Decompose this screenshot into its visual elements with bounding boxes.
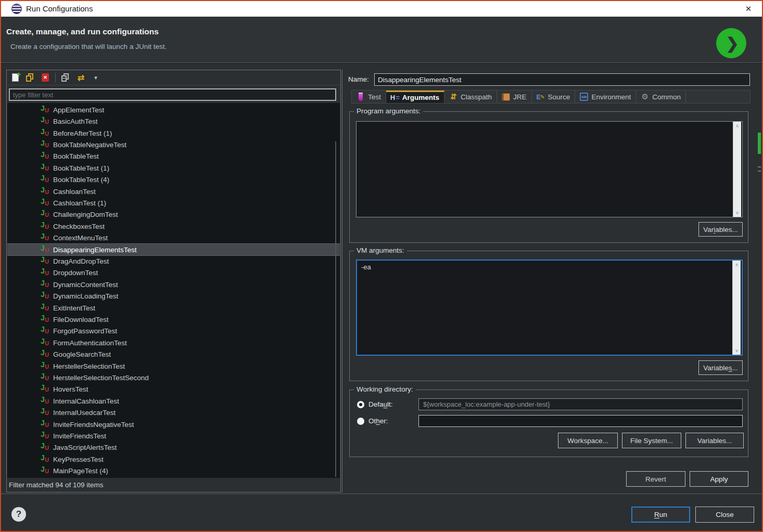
tree-scrollbar[interactable] [335, 141, 336, 477]
run-button[interactable]: Run [631, 507, 690, 523]
tree-item-label: InviteFriendsNegativeTest [53, 421, 134, 429]
vm-variables-button[interactable]: Variables... [698, 360, 743, 375]
name-input[interactable] [374, 73, 750, 86]
apply-button[interactable]: Apply [690, 471, 748, 487]
help-button[interactable]: ? [11, 507, 26, 522]
tree-item-label: DropdownTest [53, 269, 98, 277]
other-radio[interactable] [357, 418, 364, 425]
vm-arguments-group: VM arguments: -ea ∧ ∨ Variables... [349, 251, 748, 381]
working-directory-group: Working directory: Default: Other: Works… [349, 390, 748, 457]
toolbar-separator [55, 73, 56, 82]
tree-item[interactable]: JUInternalUsedcarTest [7, 407, 340, 419]
tree-item[interactable]: JUBookTableTest (4) [7, 174, 340, 185]
tree-item[interactable]: JUInternalCashloanTest [7, 395, 340, 407]
tree-item[interactable]: JUDynamicLoadingTest [7, 291, 340, 302]
junit-test-icon: JU [41, 397, 49, 406]
junit-test-icon: JU [41, 210, 49, 219]
tree-item[interactable]: JUHerstellerSelectionTest [7, 360, 340, 372]
tree-item[interactable]: JUChallengingDomTest [7, 209, 340, 220]
tree-item[interactable]: JUExitIntentTest [7, 302, 340, 314]
tree-item[interactable]: JUGoogleSearchTest [7, 349, 340, 360]
tree-item[interactable]: JUInviteFriendsNegativeTest [7, 419, 340, 430]
tab-test[interactable]: Test [352, 90, 386, 103]
tree-item-label: KeyPressesTest [53, 456, 104, 463]
filter-status: Filter matched 94 of 109 items [7, 478, 340, 492]
tree-item[interactable]: JUCheckboxesTest [7, 220, 340, 232]
scroll-down-icon[interactable]: ∨ [735, 210, 739, 215]
tree-item-label: ForgotPasswordTest [53, 327, 117, 335]
tree-item[interactable]: JUCashloanTest (1) [7, 197, 340, 209]
default-radio[interactable] [357, 401, 364, 408]
tree-item[interactable]: JUDynamicContentTest [7, 279, 340, 290]
program-variables-button[interactable]: Variables... [698, 222, 743, 237]
workspace-button[interactable]: Workspace... [558, 433, 618, 448]
tree-item[interactable]: JUFormAuthenticationTest [7, 337, 340, 348]
tab-classpath[interactable]: ⇵Classpath [444, 90, 497, 103]
eclipse-logo-icon [11, 4, 22, 14]
tree-item[interactable]: JUContextMenuTest [7, 232, 340, 243]
tree-item[interactable]: JUDropdownTest [7, 267, 340, 279]
program-arguments-scrollbar[interactable]: ∧ ∨ [733, 122, 741, 217]
window-close-button[interactable]: ✕ [741, 1, 756, 17]
tree-item-label: FileDownloadTest [53, 316, 109, 323]
collapse-all-button[interactable]: − [60, 72, 71, 83]
tab-arguments[interactable]: H=Arguments [386, 90, 444, 103]
tree-item[interactable]: JUBookTableTest (1) [7, 162, 340, 174]
run-configurations-dialog: Run Configurations ✕ Create, manage, and… [0, 0, 763, 532]
other-directory-input[interactable] [418, 415, 743, 427]
program-arguments-group: Program arguments: ∧ ∨ Variables... [349, 111, 748, 243]
filter-configurations-button[interactable]: ⇄ [75, 72, 86, 83]
scroll-up-icon[interactable]: ∧ [735, 262, 739, 267]
tree-item[interactable]: JUCashloanTest [7, 186, 340, 197]
tree-item[interactable]: JUDragAndDropTest [7, 255, 340, 267]
scroll-up-icon[interactable]: ∧ [735, 123, 739, 128]
tree-item[interactable]: JUHerstellerSelectionTestSecond [7, 372, 340, 383]
junit-test-icon: JU [41, 292, 49, 301]
tree-item[interactable]: JUHoversTest [7, 384, 340, 395]
working-dir-variables-button[interactable]: Variables... [685, 433, 744, 448]
tab-jre[interactable]: JRE [497, 90, 532, 103]
junit-test-icon: JU [41, 385, 49, 394]
configurations-toolbar: + ✕ − ⇄ ▾ [7, 70, 340, 85]
tree-item[interactable]: JUBeforeAfterTest (1) [7, 127, 340, 139]
default-directory-input[interactable] [418, 398, 743, 410]
tree-item[interactable]: JUBasicAuthTest [7, 115, 340, 127]
junit-test-icon: JU [41, 432, 49, 440]
window-title: Run Configurations [26, 1, 93, 17]
chevron-down-icon: ▾ [94, 74, 97, 81]
configurations-panel: + ✕ − ⇄ ▾ JUAppElementTestJUBasicAuthTes [6, 70, 341, 492]
tree-item[interactable]: JUKeyPressesTest [7, 453, 340, 465]
tree-item-label: CashloanTest (1) [53, 199, 106, 207]
tree-item-label: BookTableTest [53, 152, 99, 160]
filter-menu-caret[interactable]: ▾ [91, 72, 101, 83]
tab-environment[interactable]: </>Environment [575, 90, 636, 103]
tree-item[interactable]: JUAppElementTest [7, 104, 340, 115]
tree-item[interactable]: JUBookTableNegativeTest [7, 139, 340, 150]
tree-item[interactable]: JUMainPageTest (4) [7, 465, 340, 477]
overview-ruler-green-marker [758, 133, 761, 154]
tab-common[interactable]: ⚙Common [636, 90, 686, 103]
tree-item[interactable]: JUFileDownloadTest [7, 314, 340, 325]
junit-test-icon: JU [41, 222, 49, 231]
tree-item[interactable]: JUDisappearingElementsTest [7, 244, 340, 255]
junit-test-icon: JU [41, 257, 49, 266]
delete-configuration-button[interactable]: ✕ [40, 72, 50, 83]
tab-source[interactable]: E✎Source [532, 90, 576, 103]
tree-item[interactable]: JUJavaScriptAlertsTest [7, 442, 340, 453]
tree-item[interactable]: JUForgotPasswordTest [7, 326, 340, 337]
vm-arguments-textarea[interactable]: -ea [356, 259, 743, 356]
tree-item-label: HoversTest [53, 385, 88, 393]
vm-arguments-scrollbar[interactable]: ∧ ∨ [732, 261, 741, 355]
filter-input[interactable] [10, 89, 335, 100]
program-arguments-textarea[interactable] [356, 121, 743, 217]
scroll-down-icon[interactable]: ∨ [735, 348, 739, 353]
revert-button[interactable]: Revert [626, 471, 685, 487]
close-button[interactable]: Close [695, 507, 754, 523]
junit-test-icon: JU [41, 350, 49, 359]
tree-item[interactable]: JUInviteFriendsTest [7, 430, 340, 442]
file-system-button[interactable]: File System... [622, 433, 681, 448]
new-configuration-button[interactable]: + [10, 72, 20, 83]
tree-item[interactable]: JUBookTableTest [7, 151, 340, 162]
duplicate-configuration-button[interactable] [25, 72, 35, 83]
configuration-tree: JUAppElementTestJUBasicAuthTestJUBeforeA… [7, 103, 340, 478]
